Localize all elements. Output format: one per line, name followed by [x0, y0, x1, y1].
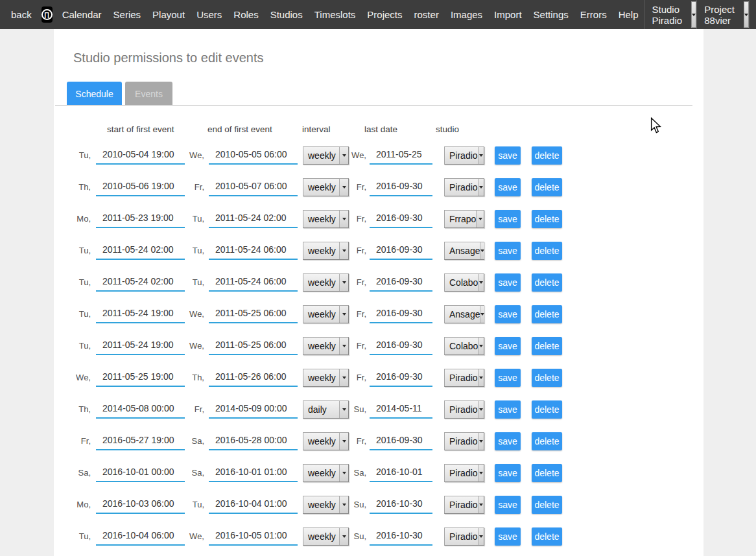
delete-button[interactable]: delete	[532, 464, 562, 482]
delete-button[interactable]: delete	[532, 273, 562, 292]
start-of-first-event-input[interactable]	[96, 305, 185, 323]
save-button[interactable]: save	[495, 432, 521, 450]
last-date-input[interactable]	[370, 369, 432, 387]
save-button[interactable]: save	[495, 305, 521, 323]
end-of-first-event-input[interactable]	[209, 178, 298, 196]
nav-item-settings[interactable]: Settings	[528, 9, 574, 20]
last-date-input[interactable]	[370, 400, 432, 419]
save-button[interactable]: save	[495, 146, 521, 165]
save-button[interactable]: save	[495, 496, 521, 514]
tab-schedule[interactable]: Schedule	[67, 82, 122, 106]
last-date-input[interactable]	[370, 432, 432, 450]
save-button[interactable]: save	[495, 464, 521, 482]
save-button[interactable]: save	[495, 273, 521, 292]
delete-button[interactable]: delete	[532, 146, 562, 165]
nav-item-timeslots[interactable]: Timeslots	[309, 9, 362, 20]
tab-events[interactable]: Events	[125, 82, 172, 106]
nav-item-help[interactable]: Help	[613, 9, 644, 20]
end-of-first-event-input[interactable]	[209, 400, 298, 419]
start-of-first-event-input[interactable]	[96, 242, 185, 260]
end-of-first-event-input[interactable]	[209, 496, 298, 514]
interval-select[interactable]: weekly	[303, 432, 349, 450]
interval-select[interactable]: weekly	[303, 337, 349, 355]
interval-select[interactable]: weekly	[303, 527, 349, 546]
nav-item-roster[interactable]: roster	[408, 9, 445, 20]
last-date-input[interactable]	[370, 464, 432, 482]
studio-select[interactable]: Colabo	[444, 273, 484, 292]
studio-select[interactable]: Piradio	[444, 464, 484, 482]
nav-item-projects[interactable]: Projects	[361, 9, 408, 20]
delete-button[interactable]: delete	[532, 369, 562, 387]
start-of-first-event-input[interactable]	[96, 210, 185, 228]
start-of-first-event-input[interactable]	[96, 369, 185, 387]
delete-button[interactable]: delete	[532, 432, 562, 450]
end-of-first-event-input[interactable]	[209, 432, 298, 450]
studio-select[interactable]: Piradio	[444, 178, 484, 196]
nav-item-calendar[interactable]: Calendar	[56, 9, 108, 20]
app-logo[interactable]: ∏	[41, 6, 53, 23]
nav-item-errors[interactable]: Errors	[574, 9, 613, 20]
start-of-first-event-input[interactable]	[96, 464, 185, 482]
nav-item-series[interactable]: Series	[108, 9, 147, 20]
save-button[interactable]: save	[495, 337, 521, 355]
studio-select[interactable]: Piradio	[444, 432, 484, 450]
save-button[interactable]: save	[495, 210, 521, 228]
nav-item-users[interactable]: Users	[191, 9, 228, 20]
nav-item-images[interactable]: Images	[445, 9, 488, 20]
interval-select[interactable]: weekly	[303, 305, 349, 323]
nav-item-studios[interactable]: Studios	[265, 9, 309, 20]
interval-select[interactable]: weekly	[303, 210, 349, 228]
save-button[interactable]: save	[495, 178, 521, 196]
studio-select[interactable]: Ansage	[444, 242, 484, 260]
save-button[interactable]: save	[495, 369, 521, 387]
save-button[interactable]: save	[495, 527, 521, 546]
last-date-input[interactable]	[370, 146, 432, 165]
delete-button[interactable]: delete	[532, 400, 562, 419]
studio-select[interactable]: Ansage	[444, 305, 484, 323]
last-date-input[interactable]	[370, 242, 432, 260]
delete-button[interactable]: delete	[532, 305, 562, 323]
last-date-input[interactable]	[370, 178, 432, 196]
interval-select[interactable]: daily	[303, 400, 349, 419]
end-of-first-event-input[interactable]	[209, 464, 298, 482]
start-of-first-event-input[interactable]	[96, 527, 185, 546]
end-of-first-event-input[interactable]	[209, 527, 298, 546]
end-of-first-event-input[interactable]	[209, 305, 298, 323]
start-of-first-event-input[interactable]	[96, 337, 185, 355]
end-of-first-event-input[interactable]	[209, 210, 298, 228]
studio-select[interactable]: Piradio	[444, 527, 484, 546]
end-of-first-event-input[interactable]	[209, 242, 298, 260]
interval-select[interactable]: weekly	[303, 242, 349, 260]
studio-select[interactable]: Piradio	[444, 146, 484, 165]
last-date-input[interactable]	[370, 496, 432, 514]
start-of-first-event-input[interactable]	[96, 146, 185, 165]
start-of-first-event-input[interactable]	[96, 273, 185, 292]
delete-button[interactable]: delete	[532, 496, 562, 514]
back-link[interactable]: back	[5, 9, 38, 20]
end-of-first-event-input[interactable]	[209, 273, 298, 292]
nav-item-roles[interactable]: Roles	[228, 9, 264, 20]
nav-item-playout[interactable]: Playout	[147, 9, 191, 20]
interval-select[interactable]: weekly	[303, 496, 349, 514]
delete-button[interactable]: delete	[532, 527, 562, 546]
start-of-first-event-input[interactable]	[96, 400, 185, 419]
delete-button[interactable]: delete	[532, 337, 562, 355]
interval-select[interactable]: weekly	[303, 273, 349, 292]
logout-link[interactable]: Logout	[750, 9, 756, 20]
start-of-first-event-input[interactable]	[96, 178, 185, 196]
studio-select[interactable]: Piradio	[444, 496, 484, 514]
end-of-first-event-input[interactable]	[209, 369, 298, 387]
end-of-first-event-input[interactable]	[209, 337, 298, 355]
start-of-first-event-input[interactable]	[96, 496, 185, 514]
save-button[interactable]: save	[495, 242, 521, 260]
studio-switch-select[interactable]: Studio Piradio	[644, 0, 697, 29]
studio-select[interactable]: Piradio	[444, 369, 484, 387]
studio-select[interactable]: Piradio	[444, 400, 484, 419]
last-date-input[interactable]	[370, 210, 432, 228]
last-date-input[interactable]	[370, 305, 432, 323]
interval-select[interactable]: weekly	[303, 178, 349, 196]
start-of-first-event-input[interactable]	[96, 432, 185, 450]
interval-select[interactable]: weekly	[303, 369, 349, 387]
end-of-first-event-input[interactable]	[209, 146, 298, 165]
project-switch-select[interactable]: Project 88vier	[696, 0, 750, 29]
